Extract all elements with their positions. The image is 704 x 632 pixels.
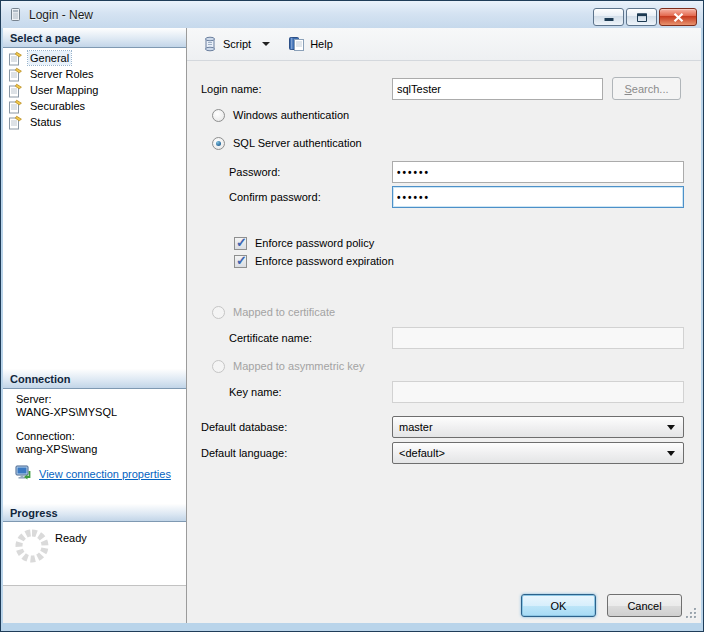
enforce-expiration-option[interactable]: Enforce password expiration xyxy=(234,253,394,269)
sidebar: Select a page General xyxy=(3,28,186,623)
default-database-value: master xyxy=(399,421,433,433)
mapped-certificate-radio xyxy=(212,306,225,319)
password-label: Password: xyxy=(229,161,280,183)
default-language-select[interactable]: <default> xyxy=(392,442,684,464)
login-name-label: Login name: xyxy=(201,78,262,100)
windows-auth-radio[interactable] xyxy=(212,109,225,122)
certificate-name-label: Certificate name: xyxy=(229,327,312,349)
login-new-dialog: Login - New Select a page xyxy=(0,0,704,632)
enforce-policy-option[interactable]: Enforce password policy xyxy=(234,235,374,251)
default-language-label: Default language: xyxy=(201,442,287,464)
sql-auth-option[interactable]: SQL Server authentication xyxy=(212,135,362,151)
login-name-input[interactable] xyxy=(392,78,603,100)
script-icon xyxy=(202,36,218,52)
connection-value: wang-XPS\wang xyxy=(16,443,186,456)
maximize-icon xyxy=(637,13,647,22)
close-button[interactable] xyxy=(659,8,697,26)
close-icon xyxy=(673,13,684,22)
password-input[interactable] xyxy=(392,161,684,183)
page-icon xyxy=(8,115,23,130)
page-icon xyxy=(8,51,23,66)
confirm-password-input[interactable] xyxy=(392,186,684,208)
mapped-certificate-label: Mapped to certificate xyxy=(233,306,335,318)
help-button[interactable]: Help xyxy=(281,32,340,56)
select-a-page-header: Select a page xyxy=(3,28,186,48)
ok-button-label: OK xyxy=(551,600,567,612)
sidebar-item-label: Securables xyxy=(28,99,87,113)
enforce-policy-checkbox[interactable] xyxy=(234,237,247,250)
windows-auth-option[interactable]: Windows authentication xyxy=(212,107,349,123)
windows-auth-label: Windows authentication xyxy=(233,109,349,121)
page-icon xyxy=(8,83,23,98)
mapped-certificate-option: Mapped to certificate xyxy=(212,304,335,320)
progress-status: Ready xyxy=(55,532,87,544)
toolbar: Script Help xyxy=(187,28,701,61)
connection-properties-icon xyxy=(15,465,34,482)
page-tree: General Server Roles U xyxy=(3,48,186,370)
search-button-label: Search... xyxy=(624,83,668,95)
connection-label: Connection: xyxy=(16,430,186,443)
default-language-value: <default> xyxy=(399,447,445,459)
key-name-label: Key name: xyxy=(229,381,282,403)
sidebar-item-label: General xyxy=(28,51,71,65)
sidebar-item-label: Server Roles xyxy=(28,67,96,81)
enforce-expiration-checkbox[interactable] xyxy=(234,255,247,268)
help-icon xyxy=(288,36,305,52)
dialog-body: Select a page General xyxy=(3,28,701,623)
view-connection-properties-link[interactable]: View connection properties xyxy=(39,468,171,480)
certificate-name-input xyxy=(392,327,684,349)
server-label: Server: xyxy=(16,393,186,406)
confirm-password-label: Confirm password: xyxy=(229,186,321,208)
titlebar[interactable]: Login - New xyxy=(1,1,703,28)
enforce-policy-label: Enforce password policy xyxy=(255,237,374,249)
progress-header: Progress xyxy=(3,504,186,522)
help-label: Help xyxy=(310,38,333,50)
key-name-input xyxy=(392,381,684,403)
server-value: WANG-XPS\MYSQL xyxy=(16,406,186,419)
sidebar-item-server-roles[interactable]: Server Roles xyxy=(3,66,186,82)
connection-panel: Server: WANG-XPS\MYSQL Connection: wang-… xyxy=(3,389,186,504)
sidebar-item-label: Status xyxy=(28,115,63,129)
default-database-select[interactable]: master xyxy=(392,416,684,438)
script-dropdown-icon[interactable] xyxy=(262,42,270,46)
default-database-label: Default database: xyxy=(201,416,287,438)
progress-spinner-icon xyxy=(13,527,51,565)
sidebar-item-general[interactable]: General xyxy=(3,50,186,66)
window-controls xyxy=(593,8,697,26)
sql-auth-label: SQL Server authentication xyxy=(233,137,362,149)
script-button[interactable]: Script xyxy=(195,32,281,56)
connection-header: Connection xyxy=(3,369,186,389)
script-label: Script xyxy=(223,38,251,50)
main-panel: Script Help Login name: xyxy=(186,28,701,623)
page-icon xyxy=(8,67,23,82)
sidebar-item-status[interactable]: Status xyxy=(3,114,186,130)
cancel-button[interactable]: Cancel xyxy=(607,594,682,617)
enforce-expiration-label: Enforce password expiration xyxy=(255,255,394,267)
ok-button[interactable]: OK xyxy=(521,594,596,617)
page-icon xyxy=(8,99,23,114)
minimize-icon xyxy=(604,13,614,22)
dialog-icon xyxy=(10,7,23,22)
sql-auth-radio[interactable] xyxy=(212,137,225,150)
cancel-button-label: Cancel xyxy=(627,600,661,612)
resize-grip[interactable] xyxy=(685,607,698,620)
mapped-asymmetric-radio xyxy=(212,360,225,373)
sidebar-item-securables[interactable]: Securables xyxy=(3,98,186,114)
window-title: Login - New xyxy=(29,8,93,22)
minimize-button[interactable] xyxy=(593,8,624,26)
sidebar-item-label: User Mapping xyxy=(28,83,100,97)
progress-panel: Ready xyxy=(3,522,186,586)
mapped-asymmetric-option: Mapped to asymmetric key xyxy=(212,358,364,374)
search-button[interactable]: Search... xyxy=(612,77,681,100)
maximize-button[interactable] xyxy=(626,8,657,26)
sidebar-item-user-mapping[interactable]: User Mapping xyxy=(3,82,186,98)
mapped-asymmetric-label: Mapped to asymmetric key xyxy=(233,360,364,372)
